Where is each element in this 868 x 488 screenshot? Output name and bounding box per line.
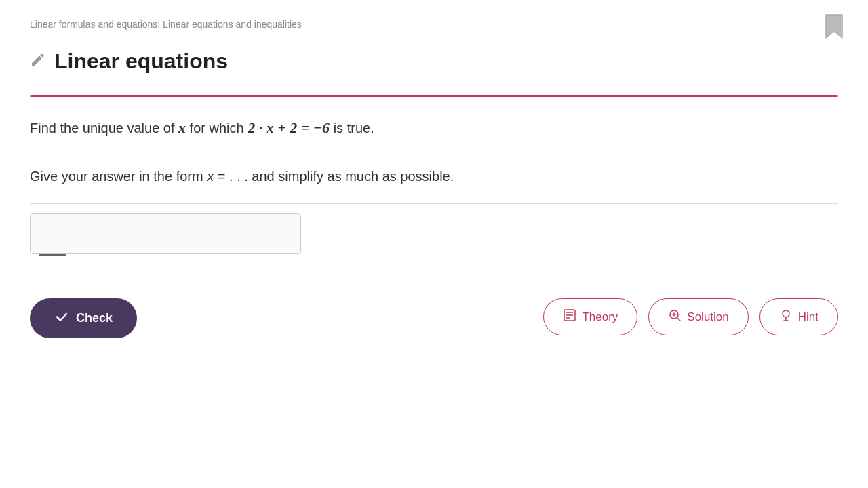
answer-form: x = . . . xyxy=(207,169,248,184)
answer-instruction-prefix: Give your answer in the form xyxy=(30,169,207,184)
answer-area[interactable] xyxy=(30,214,301,254)
check-label: Check xyxy=(76,311,113,325)
hint-button[interactable]: Hint xyxy=(760,298,838,336)
problem-mid: for which xyxy=(186,121,248,136)
answer-underline xyxy=(39,254,66,256)
solution-label: Solution xyxy=(687,310,728,324)
breadcrumb: Linear formulas and equations: Linear eq… xyxy=(30,19,302,30)
problem-equation: 2 · x + 2 = −6 xyxy=(248,119,330,136)
problem-variable: x xyxy=(178,119,186,136)
check-icon xyxy=(54,309,69,327)
answer-input[interactable] xyxy=(36,237,295,251)
section-divider xyxy=(30,95,838,97)
solution-button[interactable]: Solution xyxy=(648,298,748,336)
svg-point-8 xyxy=(783,310,789,317)
problem-line1: Find the unique value of x for which 2 ·… xyxy=(30,117,838,139)
bookmark-icon[interactable] xyxy=(825,14,844,42)
page-title-container: Linear equations xyxy=(30,49,228,74)
svg-line-5 xyxy=(677,318,681,321)
problem-line2: Give your answer in the form x = . . . a… xyxy=(30,166,838,186)
problem-prefix: Find the unique value of xyxy=(30,121,178,136)
action-buttons: Theory Solution Hint xyxy=(543,298,838,336)
hint-label: Hint xyxy=(798,310,818,324)
pencil-icon xyxy=(30,52,46,72)
answer-instruction-suffix: and simplify as much as possible. xyxy=(248,169,454,184)
theory-button[interactable]: Theory xyxy=(543,298,637,336)
solution-icon xyxy=(668,308,682,325)
check-button[interactable]: Check xyxy=(30,298,137,338)
page-title: Linear equations xyxy=(54,49,228,74)
theory-icon xyxy=(563,308,576,325)
theory-label: Theory xyxy=(582,310,618,324)
answer-divider xyxy=(30,203,838,204)
problem-suffix: is true. xyxy=(330,121,374,136)
hint-icon xyxy=(779,308,793,325)
